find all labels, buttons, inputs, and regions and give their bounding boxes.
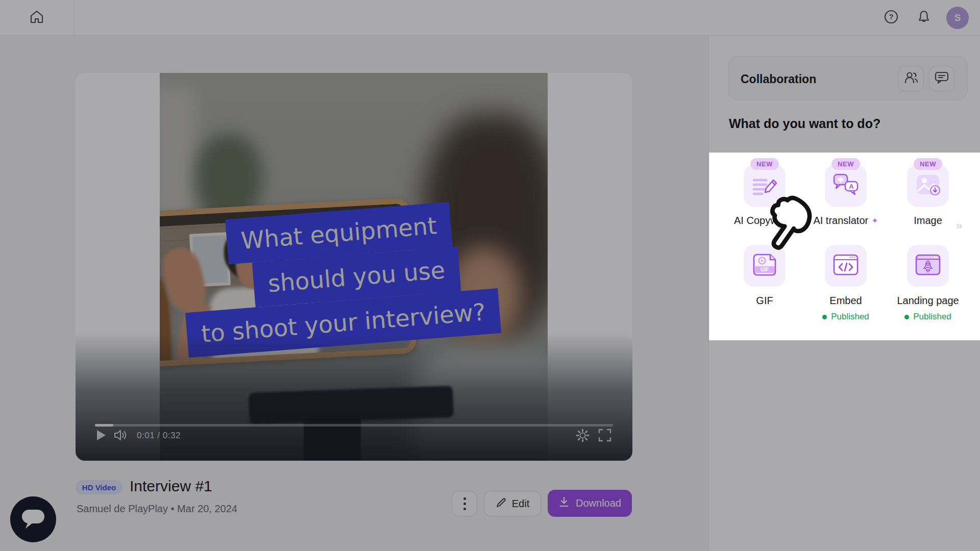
svg-text:A: A [849,183,854,190]
members-button[interactable] [898,66,924,91]
published-dot [904,315,909,319]
download-button[interactable]: Download [548,490,632,517]
help-button[interactable]: ? [881,8,901,28]
tile-label: Image [914,215,942,227]
progress-fill [95,424,113,427]
edit-label: Edit [512,498,529,510]
format-badge: HD Video [76,480,122,494]
time-display: 0:01 / 0:32 [137,431,181,441]
collaboration-title: Collaboration [741,72,816,86]
more-options-button[interactable] [452,491,477,516]
translator-icon: A [832,172,860,199]
controls-gradient [76,333,632,461]
volume-button[interactable] [112,429,129,443]
fullscreen-icon [598,429,611,444]
play-icon [96,430,106,443]
home-icon [29,9,45,27]
settings-button[interactable] [575,429,590,444]
notifications-icon [916,9,932,27]
comments-icon [934,70,949,87]
gif-icon: GIF [752,253,777,279]
svg-text:GIF: GIF [761,267,769,272]
tile-label: Landing page [897,295,959,307]
new-badge: NEW [831,158,860,170]
scroll-more-indicator: » [956,219,962,233]
tile-label: AI translator ✦ [813,215,878,227]
edit-icon [496,497,507,511]
members-icon [903,70,919,87]
image-icon [914,172,942,199]
actions-heading: What do you want to do? [729,116,880,131]
notifications-button[interactable] [914,8,934,28]
home-button[interactable] [0,0,74,36]
video-title: Interview #1 [130,478,212,495]
video-player: What equipment should you use to shoot y… [76,73,632,461]
tile-label: Embed [829,295,862,307]
tile-label: GIF [756,295,773,307]
embed-icon [832,254,860,278]
landing-page-icon [914,254,942,278]
fullscreen-button[interactable] [597,429,612,444]
play-button[interactable] [94,429,108,443]
details-sidebar: Collaboration What do you want to [708,36,980,551]
tile-landing-page[interactable]: Landing page Published [897,245,959,322]
download-label: Download [576,497,621,509]
tile-image[interactable]: NEW Image [897,165,959,227]
published-dot [822,315,827,319]
comments-button[interactable] [929,66,954,91]
published-status: Published [904,312,951,322]
published-status: Published [822,312,869,322]
chat-launcher-button[interactable] [10,496,56,542]
new-badge: NEW [914,158,942,170]
tile-ai-translator[interactable]: NEW A AI translator ✦ [815,165,876,227]
sparkle-icon: ✦ [871,216,878,226]
tile-embed[interactable]: Embed Published [815,245,876,322]
collaboration-card: Collaboration [728,56,968,100]
tile-label: AI Copywriter [734,215,795,227]
download-icon [558,496,570,511]
chat-bubble-icon [20,507,46,532]
settings-icon [576,429,590,444]
svg-text:?: ? [889,13,894,21]
new-badge: NEW [750,158,779,170]
top-bar: ? S [0,0,980,36]
tile-ai-copywriter[interactable]: NEW AI Copywriter [734,165,795,227]
help-icon: ? [884,9,899,27]
copywriter-icon [751,172,778,199]
video-byline: Samuel de PlayPlay • Mar 20, 2024 [77,503,237,515]
tile-gif[interactable]: GIF GIF [734,245,795,307]
volume-icon [113,429,128,444]
edit-button[interactable]: Edit [484,491,541,516]
avatar[interactable]: S [946,7,969,29]
progress-bar[interactable] [95,424,613,427]
